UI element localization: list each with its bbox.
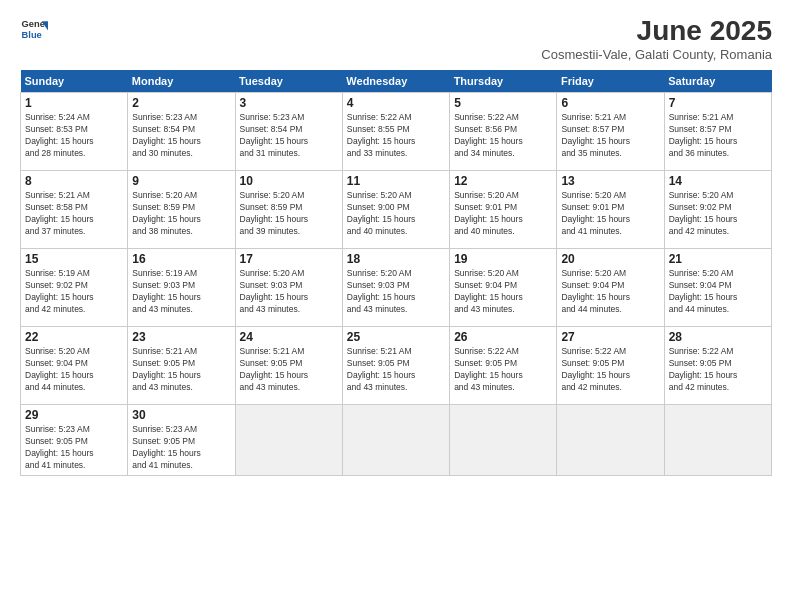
day-number: 27: [561, 330, 659, 344]
day-cell: 5Sunrise: 5:22 AM Sunset: 8:56 PM Daylig…: [450, 93, 557, 171]
logo: General Blue: [20, 15, 48, 43]
page: General Blue June 2025 Cosmestii-Vale, G…: [0, 0, 792, 612]
day-info: Sunrise: 5:20 AM Sunset: 9:04 PM Dayligh…: [454, 268, 552, 316]
day-cell: 8Sunrise: 5:21 AM Sunset: 8:58 PM Daylig…: [21, 171, 128, 249]
day-number: 17: [240, 252, 338, 266]
day-cell: 11Sunrise: 5:20 AM Sunset: 9:00 PM Dayli…: [342, 171, 449, 249]
day-number: 23: [132, 330, 230, 344]
col-header-tuesday: Tuesday: [235, 70, 342, 93]
day-info: Sunrise: 5:21 AM Sunset: 8:58 PM Dayligh…: [25, 190, 123, 238]
day-number: 13: [561, 174, 659, 188]
day-cell: [664, 405, 771, 476]
day-cell: 2Sunrise: 5:23 AM Sunset: 8:54 PM Daylig…: [128, 93, 235, 171]
day-number: 3: [240, 96, 338, 110]
day-number: 16: [132, 252, 230, 266]
day-info: Sunrise: 5:23 AM Sunset: 9:05 PM Dayligh…: [25, 424, 123, 472]
day-info: Sunrise: 5:19 AM Sunset: 9:02 PM Dayligh…: [25, 268, 123, 316]
day-cell: 14Sunrise: 5:20 AM Sunset: 9:02 PM Dayli…: [664, 171, 771, 249]
col-header-friday: Friday: [557, 70, 664, 93]
day-number: 4: [347, 96, 445, 110]
day-number: 7: [669, 96, 767, 110]
col-header-monday: Monday: [128, 70, 235, 93]
day-info: Sunrise: 5:24 AM Sunset: 8:53 PM Dayligh…: [25, 112, 123, 160]
day-cell: 16Sunrise: 5:19 AM Sunset: 9:03 PM Dayli…: [128, 249, 235, 327]
day-cell: 17Sunrise: 5:20 AM Sunset: 9:03 PM Dayli…: [235, 249, 342, 327]
day-number: 18: [347, 252, 445, 266]
day-cell: 22Sunrise: 5:20 AM Sunset: 9:04 PM Dayli…: [21, 327, 128, 405]
day-number: 14: [669, 174, 767, 188]
day-cell: 4Sunrise: 5:22 AM Sunset: 8:55 PM Daylig…: [342, 93, 449, 171]
day-cell: 3Sunrise: 5:23 AM Sunset: 8:54 PM Daylig…: [235, 93, 342, 171]
calendar-table: SundayMondayTuesdayWednesdayThursdayFrid…: [20, 70, 772, 476]
day-number: 10: [240, 174, 338, 188]
day-cell: [450, 405, 557, 476]
header-row: SundayMondayTuesdayWednesdayThursdayFrid…: [21, 70, 772, 93]
day-cell: 23Sunrise: 5:21 AM Sunset: 9:05 PM Dayli…: [128, 327, 235, 405]
day-cell: [557, 405, 664, 476]
day-number: 9: [132, 174, 230, 188]
day-cell: 21Sunrise: 5:20 AM Sunset: 9:04 PM Dayli…: [664, 249, 771, 327]
day-number: 8: [25, 174, 123, 188]
day-number: 2: [132, 96, 230, 110]
day-number: 11: [347, 174, 445, 188]
day-cell: 13Sunrise: 5:20 AM Sunset: 9:01 PM Dayli…: [557, 171, 664, 249]
day-info: Sunrise: 5:21 AM Sunset: 8:57 PM Dayligh…: [561, 112, 659, 160]
day-cell: 9Sunrise: 5:20 AM Sunset: 8:59 PM Daylig…: [128, 171, 235, 249]
main-title: June 2025: [541, 15, 772, 47]
day-cell: 20Sunrise: 5:20 AM Sunset: 9:04 PM Dayli…: [557, 249, 664, 327]
day-cell: 18Sunrise: 5:20 AM Sunset: 9:03 PM Dayli…: [342, 249, 449, 327]
day-cell: 1Sunrise: 5:24 AM Sunset: 8:53 PM Daylig…: [21, 93, 128, 171]
subtitle: Cosmestii-Vale, Galati County, Romania: [541, 47, 772, 62]
day-info: Sunrise: 5:21 AM Sunset: 9:05 PM Dayligh…: [240, 346, 338, 394]
day-cell: 15Sunrise: 5:19 AM Sunset: 9:02 PM Dayli…: [21, 249, 128, 327]
day-number: 26: [454, 330, 552, 344]
col-header-wednesday: Wednesday: [342, 70, 449, 93]
day-cell: 7Sunrise: 5:21 AM Sunset: 8:57 PM Daylig…: [664, 93, 771, 171]
day-number: 29: [25, 408, 123, 422]
col-header-sunday: Sunday: [21, 70, 128, 93]
title-block: June 2025 Cosmestii-Vale, Galati County,…: [541, 15, 772, 62]
header: General Blue June 2025 Cosmestii-Vale, G…: [20, 15, 772, 62]
day-number: 20: [561, 252, 659, 266]
week-row-5: 29Sunrise: 5:23 AM Sunset: 9:05 PM Dayli…: [21, 405, 772, 476]
day-cell: 28Sunrise: 5:22 AM Sunset: 9:05 PM Dayli…: [664, 327, 771, 405]
day-info: Sunrise: 5:23 AM Sunset: 8:54 PM Dayligh…: [240, 112, 338, 160]
day-cell: 10Sunrise: 5:20 AM Sunset: 8:59 PM Dayli…: [235, 171, 342, 249]
day-info: Sunrise: 5:20 AM Sunset: 9:02 PM Dayligh…: [669, 190, 767, 238]
day-info: Sunrise: 5:20 AM Sunset: 9:00 PM Dayligh…: [347, 190, 445, 238]
day-cell: [342, 405, 449, 476]
day-number: 15: [25, 252, 123, 266]
day-info: Sunrise: 5:21 AM Sunset: 8:57 PM Dayligh…: [669, 112, 767, 160]
day-info: Sunrise: 5:20 AM Sunset: 9:03 PM Dayligh…: [240, 268, 338, 316]
day-number: 5: [454, 96, 552, 110]
day-cell: 30Sunrise: 5:23 AM Sunset: 9:05 PM Dayli…: [128, 405, 235, 476]
day-number: 30: [132, 408, 230, 422]
day-number: 22: [25, 330, 123, 344]
day-number: 1: [25, 96, 123, 110]
day-number: 21: [669, 252, 767, 266]
day-info: Sunrise: 5:22 AM Sunset: 9:05 PM Dayligh…: [561, 346, 659, 394]
day-info: Sunrise: 5:22 AM Sunset: 9:05 PM Dayligh…: [669, 346, 767, 394]
day-info: Sunrise: 5:20 AM Sunset: 9:04 PM Dayligh…: [561, 268, 659, 316]
day-info: Sunrise: 5:19 AM Sunset: 9:03 PM Dayligh…: [132, 268, 230, 316]
day-cell: 26Sunrise: 5:22 AM Sunset: 9:05 PM Dayli…: [450, 327, 557, 405]
day-info: Sunrise: 5:20 AM Sunset: 8:59 PM Dayligh…: [132, 190, 230, 238]
day-number: 25: [347, 330, 445, 344]
day-cell: 12Sunrise: 5:20 AM Sunset: 9:01 PM Dayli…: [450, 171, 557, 249]
day-cell: 19Sunrise: 5:20 AM Sunset: 9:04 PM Dayli…: [450, 249, 557, 327]
day-cell: 6Sunrise: 5:21 AM Sunset: 8:57 PM Daylig…: [557, 93, 664, 171]
day-number: 6: [561, 96, 659, 110]
week-row-2: 8Sunrise: 5:21 AM Sunset: 8:58 PM Daylig…: [21, 171, 772, 249]
day-cell: [235, 405, 342, 476]
col-header-thursday: Thursday: [450, 70, 557, 93]
day-number: 24: [240, 330, 338, 344]
day-number: 12: [454, 174, 552, 188]
day-info: Sunrise: 5:22 AM Sunset: 8:55 PM Dayligh…: [347, 112, 445, 160]
day-info: Sunrise: 5:23 AM Sunset: 8:54 PM Dayligh…: [132, 112, 230, 160]
day-cell: 27Sunrise: 5:22 AM Sunset: 9:05 PM Dayli…: [557, 327, 664, 405]
week-row-1: 1Sunrise: 5:24 AM Sunset: 8:53 PM Daylig…: [21, 93, 772, 171]
day-info: Sunrise: 5:23 AM Sunset: 9:05 PM Dayligh…: [132, 424, 230, 472]
day-info: Sunrise: 5:20 AM Sunset: 9:03 PM Dayligh…: [347, 268, 445, 316]
day-info: Sunrise: 5:20 AM Sunset: 9:04 PM Dayligh…: [669, 268, 767, 316]
col-header-saturday: Saturday: [664, 70, 771, 93]
